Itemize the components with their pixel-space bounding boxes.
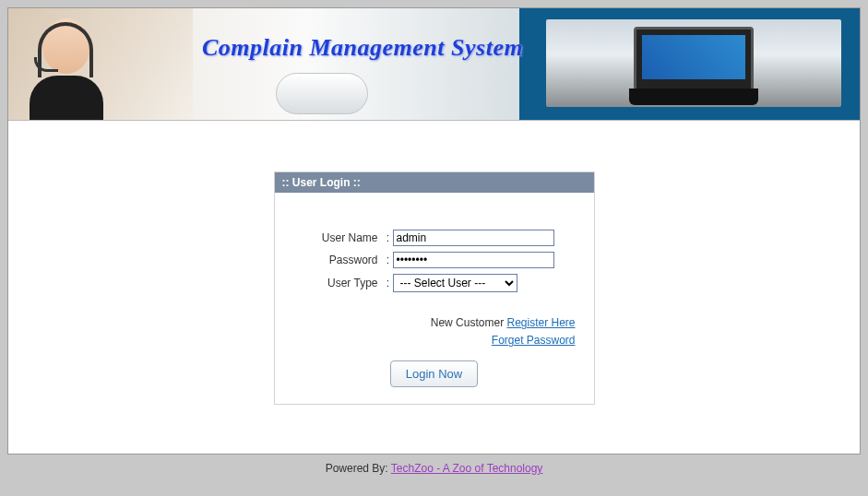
page-title: Complain Management System (202, 34, 523, 62)
colon: : (384, 231, 393, 244)
headset-person-image (25, 18, 108, 120)
banner-left-image (8, 8, 193, 120)
login-button[interactable]: Login Now (390, 360, 478, 387)
usertype-label: User Type (291, 277, 384, 289)
forget-password-link[interactable]: Forget Password (492, 334, 576, 347)
new-customer-text: New Customer (431, 316, 507, 329)
header-banner: Complain Management System (8, 8, 860, 121)
laptop-image (634, 27, 754, 100)
login-header: :: User Login :: (275, 172, 594, 193)
password-label: Password (291, 254, 384, 266)
password-input[interactable] (393, 252, 554, 268)
username-label: User Name (291, 231, 384, 244)
colon: : (384, 277, 393, 289)
banner-right-panel (528, 8, 860, 120)
login-panel: :: User Login :: User Name : Password : (274, 171, 595, 405)
footer-prefix: Powered By: (326, 462, 391, 475)
mouse-image (276, 73, 368, 114)
username-input[interactable] (393, 230, 554, 246)
colon: : (384, 254, 393, 266)
usertype-select[interactable]: --- Select User --- (393, 274, 517, 292)
footer: Powered By: TechZoo - A Zoo of Technolog… (0, 462, 868, 475)
footer-link[interactable]: TechZoo - A Zoo of Technology (391, 462, 543, 475)
register-link[interactable]: Register Here (506, 316, 575, 329)
